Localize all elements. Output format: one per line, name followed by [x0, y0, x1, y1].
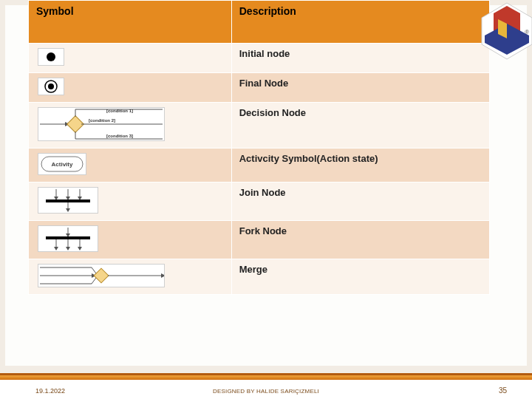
slide: ® Symbol Description Initial node	[0, 0, 532, 399]
decision-node-icon: [condition 1] [condition 2] [condition 3…	[38, 108, 164, 140]
final-node-icon	[38, 78, 64, 95]
svg-rect-28	[46, 236, 90, 239]
symbol-decision-node: [condition 1] [condition 2] [condition 3…	[29, 103, 232, 149]
table-row: Fork Node	[29, 221, 490, 259]
svg-text:®: ®	[525, 29, 529, 35]
desc-cell: Fork Node	[231, 221, 489, 259]
svg-marker-34	[78, 247, 82, 250]
svg-rect-41	[94, 268, 109, 283]
symbol-activity: Activity	[29, 149, 232, 183]
table-header-row: Symbol Description	[29, 1, 490, 44]
svg-rect-6	[67, 116, 84, 133]
svg-text:[condition 2]: [condition 2]	[89, 118, 115, 123]
svg-point-3	[48, 83, 54, 89]
footer-page-number: 35	[499, 386, 507, 395]
desc-cell: Initial node	[231, 44, 489, 73]
svg-line-40	[92, 278, 96, 284]
table-row: Merge	[29, 259, 490, 295]
footer-credit: DESIGNED BY HALIDE SARIÇIZMELI	[0, 388, 532, 395]
table-row: Join Node	[29, 183, 490, 221]
svg-rect-23	[46, 200, 90, 202]
svg-marker-32	[66, 247, 70, 250]
table-row: Final Node	[29, 73, 490, 103]
symbol-merge	[29, 259, 232, 295]
desc-cell: Activcity Symbol(Action state)	[231, 149, 489, 183]
symbol-join-node	[29, 183, 232, 221]
table-row: Initial node	[29, 44, 490, 73]
table-row: Activity Activcity Symbol(Action state)	[29, 149, 490, 183]
activity-icon: Activity	[38, 154, 86, 174]
svg-line-36	[92, 267, 96, 273]
desc-cell: Join Node	[231, 183, 489, 221]
svg-point-1	[47, 52, 55, 61]
footer: 19.1.2022 DESIGNED BY HALIDE SARIÇIZMELI…	[0, 380, 532, 399]
desc-cell: Merge	[231, 259, 489, 295]
svg-text:Activity: Activity	[52, 161, 73, 168]
join-node-icon	[38, 188, 98, 213]
desc-cell: Final Node	[231, 73, 489, 103]
svg-marker-30	[54, 247, 58, 250]
svg-text:[condition 1]: [condition 1]	[106, 109, 133, 113]
header-symbol: Symbol	[29, 1, 232, 44]
svg-marker-43	[161, 273, 164, 278]
symbol-fork-node	[29, 221, 232, 259]
svg-marker-25	[66, 208, 70, 212]
fork-node-icon	[38, 226, 98, 251]
svg-text:[condition 3]: [condition 3]	[106, 134, 133, 138]
desc-cell: Decision Node	[231, 103, 489, 149]
logo: ®	[477, 1, 532, 61]
header-description: Description	[231, 1, 489, 44]
table-row: [condition 1] [condition 2] [condition 3…	[29, 103, 490, 149]
symbol-final-node	[29, 73, 232, 103]
initial-node-icon	[38, 49, 64, 65]
merge-icon	[38, 265, 164, 287]
symbol-initial-node	[29, 44, 232, 73]
symbols-table: Symbol Description Initial node	[28, 0, 490, 295]
